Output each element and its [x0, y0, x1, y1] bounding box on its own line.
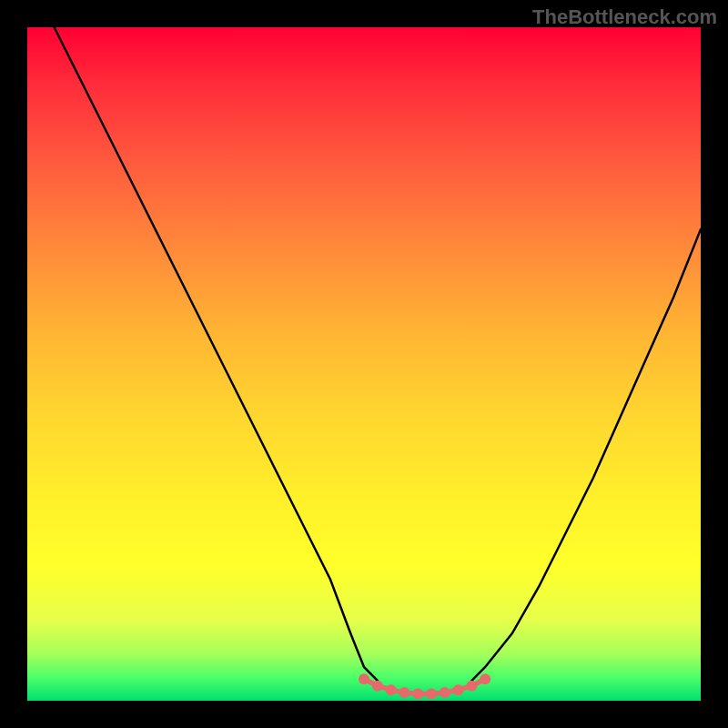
- marker-dot: [399, 687, 410, 698]
- marker-dot: [386, 684, 397, 695]
- plot-area: [27, 27, 701, 701]
- marker-dot: [372, 681, 383, 692]
- curve-left-curve: [55, 27, 378, 681]
- curve-overlay: [27, 27, 701, 701]
- marker-dot: [440, 687, 450, 698]
- marker-dot: [466, 681, 477, 692]
- watermark-text: TheBottleneck.com: [532, 5, 717, 29]
- curve-right-curve: [471, 229, 701, 681]
- chart-container: TheBottleneck.com: [0, 0, 728, 728]
- marker-dot: [426, 689, 437, 700]
- marker-dot: [480, 673, 490, 684]
- marker-dot: [453, 684, 464, 695]
- marker-dot: [359, 673, 369, 684]
- marker-dot: [412, 689, 423, 700]
